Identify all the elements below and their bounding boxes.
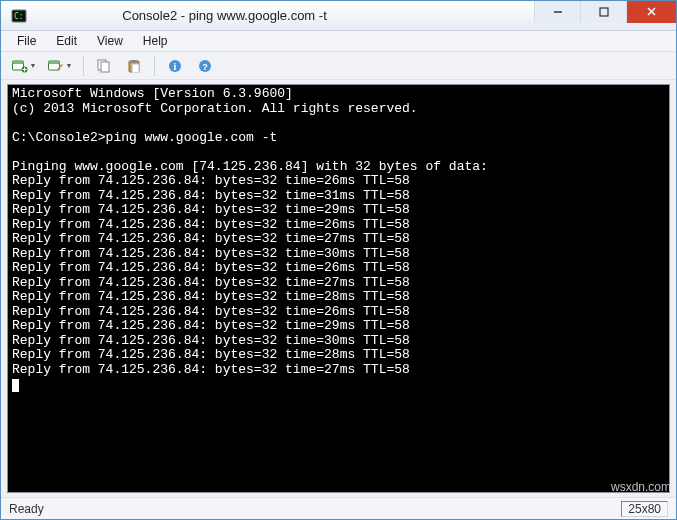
svg-rect-3 [600,8,608,16]
rename-tab-button[interactable]: ▼ [43,55,77,77]
menu-edit[interactable]: Edit [46,32,87,50]
svg-text:C:: C: [14,12,24,21]
menu-file[interactable]: File [7,32,46,50]
menu-help[interactable]: Help [133,32,178,50]
info-button[interactable]: i [161,55,189,77]
copy-button[interactable] [90,55,118,77]
statusbar: Ready 25x80 [1,497,676,519]
window-title: Console2 - ping www.google.com -t [35,8,414,23]
dropdown-icon: ▼ [30,62,37,69]
help-button[interactable]: ? [191,55,219,77]
new-tab-icon [12,59,28,73]
svg-text:i: i [174,61,177,72]
help-icon: ? [198,59,212,73]
menubar: File Edit View Help [1,31,676,52]
minimize-button[interactable] [534,1,580,23]
titlebar[interactable]: C: Console2 - ping www.google.com -t [1,1,676,31]
svg-rect-12 [48,61,59,64]
svg-rect-7 [12,61,23,64]
info-icon: i [168,59,182,73]
new-tab-button[interactable]: ▼ [7,55,41,77]
close-button[interactable] [626,1,676,23]
window-controls [534,1,676,23]
svg-rect-17 [132,64,139,73]
app-icon: C: [11,8,27,24]
maximize-button[interactable] [580,1,626,23]
app-window: C: Console2 - ping www.google.com -t Fil… [0,0,677,520]
toolbar-separator [154,56,155,76]
svg-text:?: ? [202,62,208,72]
console-output[interactable]: Microsoft Windows [Version 6.3.9600] (c)… [7,84,670,493]
paste-button[interactable] [120,55,148,77]
rename-tab-icon [48,59,64,73]
svg-rect-16 [131,60,137,63]
copy-icon [97,59,111,73]
cursor [12,379,19,392]
menu-view[interactable]: View [87,32,133,50]
status-dimensions: 25x80 [621,501,668,517]
paste-icon [127,59,141,73]
svg-rect-14 [101,62,109,72]
status-text: Ready [9,502,621,516]
toolbar: ▼ ▼ i ? [1,52,676,80]
toolbar-separator [83,56,84,76]
dropdown-icon: ▼ [66,62,73,69]
